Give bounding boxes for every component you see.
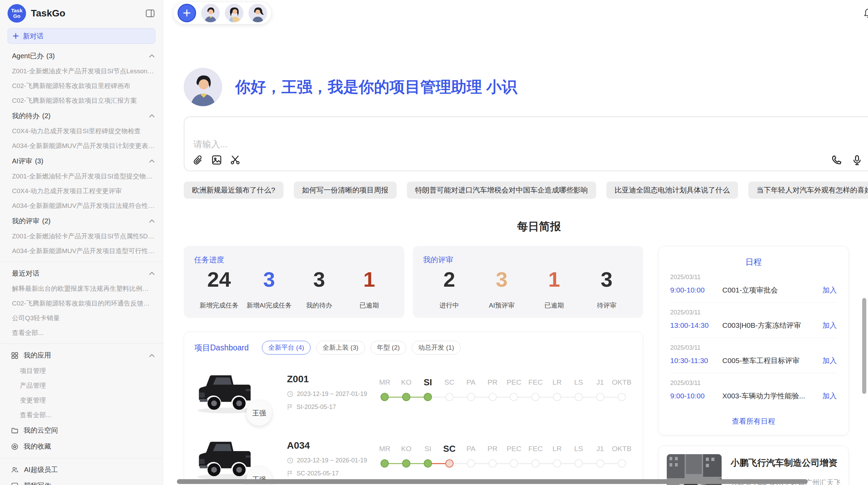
milestone-label-PA: PA <box>460 376 482 389</box>
app-item-change-mgmt[interactable]: 变更管理 <box>0 393 163 408</box>
image-upload-icon[interactable] <box>211 154 222 166</box>
tab-new-platform[interactable]: 全新平台 (4) <box>262 341 311 355</box>
stat: 1已逾期 <box>528 267 580 310</box>
add-contact-button[interactable] <box>178 4 196 22</box>
sidebar-task-item[interactable]: C0X4-动力总成开发项目工程变更评审 <box>0 184 163 198</box>
milestone-dot-J1 <box>596 459 604 468</box>
milestone-label-J1: J1 <box>589 442 611 455</box>
schedule-event: 2025/03/11 13:00-14:30 C003|H0B-方案冻结评审 加… <box>670 309 837 338</box>
join-meeting-link[interactable]: 加入 <box>822 321 837 330</box>
join-meeting-link[interactable]: 加入 <box>822 356 837 365</box>
milestone-dot-PR <box>489 393 497 401</box>
new-chat-button[interactable]: 新对话 <box>8 28 155 44</box>
stat-value: 24 <box>194 267 244 291</box>
join-meeting-link[interactable]: 加入 <box>822 285 837 295</box>
chevron-up-icon <box>149 159 155 163</box>
sidebar-task-item[interactable]: A034-全新新能源MUV产品开发项目法规符合性评审 <box>0 198 163 213</box>
stats-row: 任务进度 24新增完成任务 3新增AI完成任务 3我的待办 1已逾期 我的评审 … <box>184 246 643 318</box>
divider <box>0 344 163 344</box>
recent-chat-item[interactable]: 公司Q3轻卡销量 <box>0 311 163 325</box>
contact-avatar[interactable] <box>201 4 220 22</box>
project-dates-text: 2023-12-19 ~ 2027-01-19 <box>297 390 367 398</box>
event-date: 2025/03/11 <box>670 380 837 387</box>
suggestion-chip[interactable]: 比亚迪全固态电池计划具体说了什么 <box>606 182 738 199</box>
suggestion-chip[interactable]: 特朗普可能对进口汽车增税会对中国车企造成哪些影响 <box>407 182 596 199</box>
apps-view-all[interactable]: 查看全部... <box>0 408 163 422</box>
recent-chat-item[interactable]: 解释最新出台的欧盟报废车法规再生塑料比例被调至15%... <box>0 281 163 296</box>
project-row[interactable]: 王强 Z001 2023-12-19 ~ 2027-01-19 SI-2025-… <box>194 369 632 421</box>
notifications-bell-icon[interactable] <box>864 8 868 18</box>
contact-avatar[interactable] <box>249 4 267 22</box>
collapse-sidebar-icon[interactable] <box>146 9 155 17</box>
project-dashboard-card: 项目Dashboard 全新平台 (4) 全新上装 (3) 年型 (2) 动总开… <box>184 332 643 485</box>
suggestion-chip[interactable]: 当下年轻人对汽车外观有怎样的喜好趋势 <box>748 182 868 199</box>
section-header-my-review[interactable]: 我的评审 (2) <box>0 213 163 229</box>
flag-icon <box>287 470 293 477</box>
sidebar-task-item[interactable]: C02-飞腾新能源轻客改款项目里程碑画布 <box>0 78 163 93</box>
milestone-dot-PR <box>489 459 497 468</box>
daily-brief-title: 每日简报 <box>517 220 561 233</box>
event-name: C005-整车工程目标评审 <box>722 356 822 365</box>
stat-label: 新增AI完成任务 <box>244 301 294 310</box>
milestone-label-LS: LS <box>568 376 589 389</box>
stat: 2进行中 <box>423 267 475 310</box>
tab-year-model[interactable]: 年型 (2) <box>371 341 407 355</box>
app-item-product-mgmt[interactable]: 产品管理 <box>0 378 163 393</box>
chat-input[interactable]: 请输入... <box>184 116 868 171</box>
suggestion-chip[interactable]: 欧洲新规最近颁布了什么? <box>184 182 284 199</box>
scissors-icon[interactable] <box>230 154 241 166</box>
recent-chat-item[interactable]: C02-飞腾新能源轻客改款项目的闭环通告反馈情况 <box>0 296 163 311</box>
milestone-label-MR: MR <box>374 376 396 389</box>
milestone-dot-J1 <box>596 393 604 401</box>
section-header-my-todo[interactable]: 我的待办 (2) <box>0 108 163 124</box>
microphone-icon[interactable] <box>851 154 863 166</box>
section-count: (3) <box>46 52 55 60</box>
sidebar-item-help-write[interactable]: 帮我写作 <box>0 478 163 485</box>
view-all-schedule-link[interactable]: 查看所有日程 <box>670 416 837 426</box>
event-date: 2025/03/11 <box>670 309 837 316</box>
milestone-label-MR: MR <box>374 442 396 455</box>
contact-avatar[interactable] <box>225 4 243 22</box>
milestone-dot-SC <box>445 393 454 401</box>
tab-new-body[interactable]: 全新上装 (3) <box>316 341 365 355</box>
attach-icon[interactable] <box>193 154 204 166</box>
section-header-agent-done[interactable]: Agent已办 (3) <box>0 48 163 64</box>
project-row[interactable]: 王强 A034 2023-12-19 ~ 2026-01-19 SC-2025-… <box>194 435 632 485</box>
input-tools-left <box>193 154 241 166</box>
sidebar-task-item[interactable]: A034-全新新能源MUV产品开发项目造型可行性评审 <box>0 244 163 258</box>
suggestion-chip[interactable]: 如何写一份清晰的项目周报 <box>294 182 397 199</box>
stats-grid: 2进行中 3AI预评审 1已逾期 3待评审 <box>423 267 633 310</box>
sidebar-task-item[interactable]: Z001-全新燃油轻卡产品开发项目SI节点属性5D文件评审 <box>0 229 163 244</box>
star-badge-icon <box>11 443 18 450</box>
horizontal-scrollbar-thumb[interactable] <box>177 479 808 484</box>
sidebar-task-item[interactable]: C02-飞腾新能源轻客改款项目立项汇报方案 <box>0 93 163 108</box>
project-info: Z001 2023-12-19 ~ 2027-01-19 SI-2025-05-… <box>287 369 374 421</box>
favorites-label: 我的收藏 <box>24 442 51 451</box>
milestone-dot-OKTB <box>618 459 626 468</box>
section-count: (3) <box>35 157 43 165</box>
section-header-recent-chats[interactable]: 最近对话 <box>0 265 163 281</box>
sidebar-task-item[interactable]: C0X4-动力总成开发项目SI里程碑提交物检查 <box>0 124 163 138</box>
milestone-label-J1: J1 <box>589 376 611 389</box>
project-dates: 2023-12-19 ~ 2027-01-19 <box>287 390 374 398</box>
sidebar-item-my-apps[interactable]: 我的应用 <box>0 347 163 363</box>
sidebar-task-item[interactable]: Z001-全新燃油皮卡产品开发项目SI节点Lesson Learn报告 <box>0 64 163 78</box>
milestone-dot-PA <box>467 393 475 401</box>
sidebar-task-item[interactable]: A034-全新新能源MUV产品开发项目计划变更表编写 <box>0 138 163 153</box>
section-header-ai-review[interactable]: AI评审 (3) <box>0 153 163 169</box>
tab-powertrain[interactable]: 动总开发 (1) <box>412 341 461 355</box>
milestone-dot-PEC <box>510 393 518 401</box>
sidebar-item-favorites[interactable]: 我的收藏 <box>0 438 163 455</box>
event-time: 9:00-10:00 <box>670 286 722 294</box>
sidebar-item-ai-employee[interactable]: AI超级员工 <box>0 462 163 478</box>
recent-view-all[interactable]: 查看全部... <box>0 325 163 340</box>
sidebar-item-cloud-space[interactable]: 我的云空间 <box>0 422 163 438</box>
project-owner-badge: 王强 <box>246 400 272 426</box>
stat-value: 1 <box>528 267 580 291</box>
vertical-scrollbar-thumb[interactable] <box>862 298 866 394</box>
phone-call-icon[interactable] <box>831 154 842 166</box>
app-item-project-mgmt[interactable]: 项目管理 <box>0 363 163 378</box>
sidebar-task-item[interactable]: Z001-全新燃油轻卡产品开发项目SI造型提交物评审 <box>0 169 163 184</box>
join-meeting-link[interactable]: 加入 <box>822 391 837 401</box>
milestone-label-KO: KO <box>396 376 417 389</box>
